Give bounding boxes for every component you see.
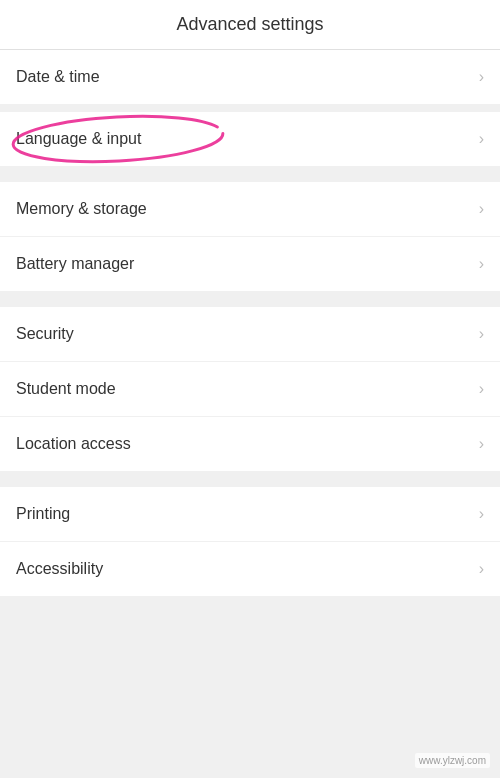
settings-group-language: Language & input › [0, 112, 500, 166]
chevron-icon: › [479, 200, 484, 218]
chevron-icon: › [479, 505, 484, 523]
date-time-label: Date & time [16, 68, 100, 86]
settings-item-accessibility[interactable]: Accessibility › [0, 542, 500, 596]
settings-group-memory: Memory & storage › Battery manager › [0, 182, 500, 291]
chevron-icon: › [479, 255, 484, 273]
group-spacer-1 [0, 174, 500, 182]
settings-item-battery-manager[interactable]: Battery manager › [0, 237, 500, 291]
settings-item-student-mode[interactable]: Student mode › [0, 362, 500, 417]
watermark: www.ylzwj.com [415, 753, 490, 768]
security-label: Security [16, 325, 74, 343]
settings-item-memory-storage[interactable]: Memory & storage › [0, 182, 500, 237]
settings-group-security: Security › Student mode › Location acces… [0, 307, 500, 471]
memory-storage-label: Memory & storage [16, 200, 147, 218]
page-title: Advanced settings [176, 14, 323, 34]
settings-item-printing[interactable]: Printing › [0, 487, 500, 542]
student-mode-label: Student mode [16, 380, 116, 398]
battery-manager-label: Battery manager [16, 255, 134, 273]
chevron-icon: › [479, 325, 484, 343]
chevron-icon: › [479, 435, 484, 453]
settings-item-security[interactable]: Security › [0, 307, 500, 362]
chevron-icon: › [479, 560, 484, 578]
settings-list: Date & time › Language & input › Memory … [0, 50, 500, 596]
chevron-icon: › [479, 68, 484, 86]
settings-group-printing: Printing › Accessibility › [0, 487, 500, 596]
accessibility-label: Accessibility [16, 560, 103, 578]
settings-item-location-access[interactable]: Location access › [0, 417, 500, 471]
group-spacer-2 [0, 299, 500, 307]
group-spacer-3 [0, 479, 500, 487]
chevron-icon: › [479, 130, 484, 148]
settings-item-language-input[interactable]: Language & input › [0, 112, 500, 166]
chevron-icon: › [479, 380, 484, 398]
printing-label: Printing [16, 505, 70, 523]
settings-group-datetime: Date & time › [0, 50, 500, 104]
settings-item-date-time[interactable]: Date & time › [0, 50, 500, 104]
language-input-label: Language & input [16, 130, 141, 148]
location-access-label: Location access [16, 435, 131, 453]
header: Advanced settings [0, 0, 500, 50]
